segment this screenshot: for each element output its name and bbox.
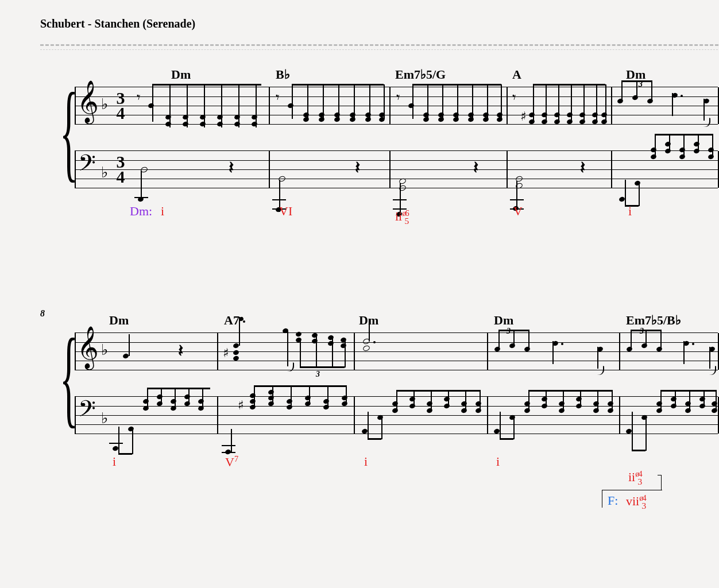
system-1: Dm B♭ Em7♭5/G A Dm 3 { 𝄞 ♭ 3 4 [40, 67, 718, 244]
pivot-bracket [602, 490, 662, 490]
roman-numeral: V [513, 204, 523, 219]
roman-numeral: i [496, 454, 500, 469]
treble-clef-icon: 𝄞 [77, 326, 99, 369]
treble-staff: 𝄞 ♭ 𝄽 ♯ [75, 332, 718, 370]
key-signature-flat: ♭ [101, 95, 108, 113]
key-signature-flat: ♭ [101, 164, 108, 181]
sharp-accidental: ♯ [238, 398, 244, 413]
chord-symbols-row: Dm A7 Dm Dm 3 Em7♭5/B♭ 3 [40, 313, 718, 332]
roman-numeral: i [113, 454, 116, 469]
pivot-key-label: F: [608, 493, 618, 508]
system-2: 8 Dm A7 Dm Dm 3 Em7♭5/B♭ 3 { 𝄞 ♭ [40, 313, 718, 494]
roman-numeral-pivot: viiø43 [626, 493, 652, 509]
page-divider [40, 44, 719, 50]
time-signature: 3 4 [115, 91, 126, 121]
sharp-accidental: ♯ [520, 109, 527, 124]
piece-title: Schubert - Stanchen (Serenade) [40, 17, 719, 30]
key-signature-flat: ♭ [101, 409, 108, 427]
key-signature-flat: ♭ [101, 341, 108, 359]
roman-numeral: VI [279, 204, 292, 219]
roman-numeral-row: i V7 i i iiø43 F: viiø43 [75, 454, 718, 494]
treble-clef-icon: 𝄞 [77, 80, 99, 123]
chord-symbol: Em7♭5/G [395, 67, 446, 82]
bass-staff: 𝄢 ♭ 3 4 𝄽 [75, 150, 718, 188]
roman-numeral: i [628, 204, 632, 219]
roman-numeral: iiø65 [395, 208, 415, 224]
time-signature: 3 4 [115, 154, 126, 184]
chord-symbol: A7 [224, 313, 239, 328]
roman-numeral-row: Dm: i VI iiø65 V i [75, 204, 718, 244]
chord-symbol: Dm [171, 67, 191, 82]
chord-symbol: A [512, 67, 521, 82]
chord-symbol: Em7♭5/B♭ [626, 313, 681, 328]
sharp-accidental: ♯ [223, 346, 229, 361]
chord-symbol: Dm [109, 313, 129, 328]
roman-numeral: V7 [225, 454, 238, 470]
chord-symbol: B♭ [276, 67, 290, 82]
time-denominator: 4 [115, 169, 126, 184]
key-label: Dm: [130, 204, 152, 219]
treble-staff: 𝄞 ♭ 3 4 𝄾 [75, 87, 718, 124]
score-page: Schubert - Stanchen (Serenade) Dm B♭ Em7… [0, 0, 719, 494]
roman-numeral: i [364, 454, 368, 469]
chord-symbol: Dm [494, 313, 513, 328]
bass-staff: 𝄢 ♭ [75, 396, 718, 434]
roman-numeral: iiø43 [628, 469, 648, 485]
time-denominator: 4 [115, 106, 126, 121]
bass-clef-icon: 𝄢 [78, 396, 96, 428]
roman-numeral: i [161, 204, 164, 219]
beam [152, 84, 261, 86]
pivot-bracket [658, 475, 662, 490]
bass-clef-icon: 𝄢 [78, 150, 96, 183]
pivot-bracket [602, 490, 602, 508]
triplet-number: 3 [316, 370, 320, 379]
